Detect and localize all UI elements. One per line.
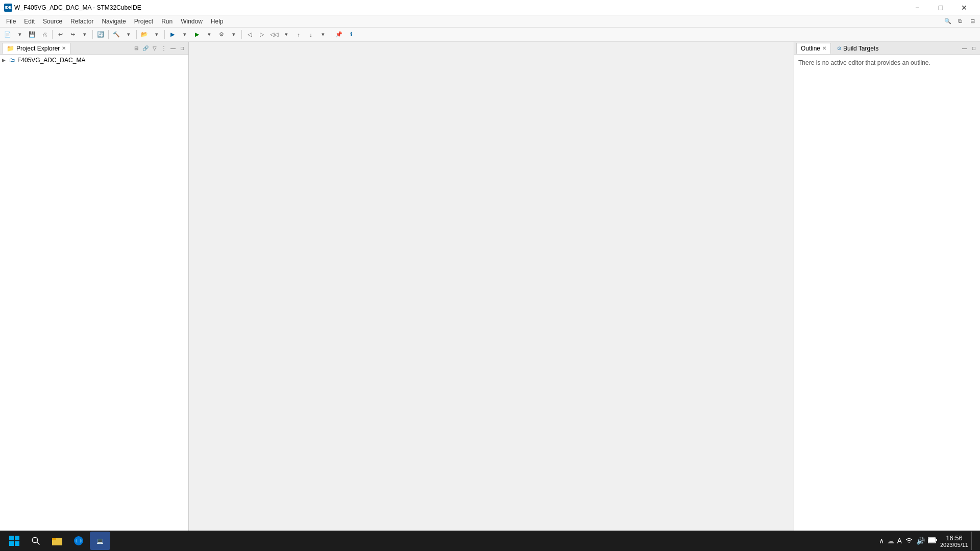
sep4 (136, 30, 137, 39)
project-explorer-close[interactable]: ✕ (62, 45, 66, 51)
menu-navigate[interactable]: Navigate (97, 17, 130, 26)
minimize-button[interactable]: − (905, 0, 929, 15)
open-btn[interactable]: 📂 (139, 29, 150, 40)
collapse-all-btn[interactable]: ⊟ (132, 44, 140, 53)
start-button[interactable] (4, 532, 24, 550)
menu-file[interactable]: File (2, 17, 20, 26)
outline-content: There is no active editor that provides … (794, 55, 980, 531)
show-desktop-btn[interactable] (971, 532, 974, 550)
new-dropdown[interactable]: ▾ (14, 29, 26, 40)
project-explorer-panel: 📁 Project Explorer ✕ ⊟ 🔗 ▽ ⋮ — □ ▶ 🗂 F40… (0, 42, 189, 531)
outline-tab[interactable]: Outline ✕ (796, 43, 831, 54)
taskbar-search[interactable] (26, 532, 46, 550)
outline-tabbar: Outline ✕ ⊙ Build Targets — □ (794, 42, 980, 55)
filter-btn[interactable]: ▽ (151, 44, 159, 53)
minimize-panel-btn[interactable]: — (169, 44, 177, 53)
nav-last-btn[interactable]: ◁◁ (268, 29, 280, 40)
svg-rect-3 (15, 541, 19, 546)
clock-date: 2023/05/11 (940, 542, 968, 548)
redo-btn[interactable]: ↪ (67, 29, 78, 40)
view-menu-btn[interactable]: ⋮ (160, 44, 168, 53)
editor-area (189, 42, 794, 531)
prev-edit-btn[interactable]: ↑ (293, 29, 304, 40)
system-clock[interactable]: 16:56 2023/05/11 (940, 534, 968, 548)
menu-source[interactable]: Source (39, 17, 66, 26)
open-perspective-btn[interactable]: ⧉ (954, 16, 966, 27)
sep6 (241, 30, 242, 39)
next-edit-btn[interactable]: ↓ (305, 29, 316, 40)
print-btn[interactable]: 🖨 (39, 29, 50, 40)
ext-dropdown[interactable]: ▾ (228, 29, 239, 40)
outline-minimize-btn[interactable]: — (961, 44, 969, 53)
nav-forward-btn[interactable]: ▷ (256, 29, 267, 40)
run-btn[interactable]: ▶ (191, 29, 203, 40)
info-btn[interactable]: ℹ (346, 29, 357, 40)
tray-volume[interactable]: 🔊 (916, 537, 925, 545)
tray-wifi[interactable] (905, 537, 913, 545)
title-bar: IDE W_F405VG_ADC_DAC_MA - STM32CubeIDE −… (0, 0, 980, 15)
search-toolbar-btn[interactable]: 🔍 (942, 16, 953, 27)
tray-font[interactable]: A (897, 537, 902, 545)
sep3 (108, 30, 109, 39)
project-label: F405VG_ADC_DAC_MA (17, 57, 85, 64)
tree-item-project[interactable]: ▶ 🗂 F405VG_ADC_DAC_MA (0, 55, 188, 65)
build-all-btn[interactable]: 🔨 (111, 29, 122, 40)
outline-tab-label: Outline (801, 45, 820, 52)
undo-btn[interactable]: ↩ (55, 29, 66, 40)
new-btn[interactable]: 📄 (2, 29, 13, 40)
panel-tab-actions: ⊟ 🔗 ▽ ⋮ — □ (132, 44, 186, 53)
menu-edit[interactable]: Edit (20, 17, 39, 26)
sep1 (52, 30, 53, 39)
taskbar-explorer[interactable] (47, 532, 67, 550)
debug-btn[interactable]: ▶ (167, 29, 178, 40)
build-dropdown[interactable]: ▾ (123, 29, 134, 40)
project-tree: ▶ 🗂 F405VG_ADC_DAC_MA (0, 55, 188, 531)
svg-line-5 (37, 542, 40, 545)
pin-btn[interactable]: 📌 (333, 29, 345, 40)
menu-refactor[interactable]: Refactor (66, 17, 97, 26)
tray-battery[interactable] (928, 537, 937, 545)
maximize-panel-btn[interactable]: □ (178, 44, 186, 53)
ext-tool-btn[interactable]: ⚙ (216, 29, 227, 40)
edit-dropdown[interactable]: ▾ (317, 29, 329, 40)
run-dropdown[interactable]: ▾ (204, 29, 215, 40)
svg-point-10 (77, 536, 80, 545)
tray-chevron[interactable]: ∧ (879, 537, 884, 545)
menu-run[interactable]: Run (157, 17, 177, 26)
svg-point-4 (32, 537, 38, 543)
outline-tab-close[interactable]: ✕ (822, 45, 826, 51)
menu-project[interactable]: Project (130, 17, 157, 26)
editor-empty-area (189, 42, 794, 531)
build-targets-icon: ⊙ (837, 45, 841, 51)
project-explorer-tabbar: 📁 Project Explorer ✕ ⊟ 🔗 ▽ ⋮ — □ (0, 42, 188, 55)
svg-rect-8 (52, 538, 56, 540)
close-button[interactable]: ✕ (952, 0, 976, 15)
outline-maximize-btn[interactable]: □ (970, 44, 978, 53)
app-icon: IDE (4, 4, 12, 12)
save-btn[interactable]: 💾 (27, 29, 38, 40)
menu-window[interactable]: Window (177, 17, 207, 26)
debug-dropdown[interactable]: ▾ (179, 29, 190, 40)
nav-back-btn[interactable]: ◁ (244, 29, 255, 40)
windows-taskbar: 💻 ∧ ☁ A 🔊 16:56 2023/05/11 (0, 531, 980, 551)
tray-cloud[interactable]: ☁ (887, 537, 894, 545)
svg-rect-12 (936, 539, 937, 541)
nav-dropdown[interactable]: ▾ (281, 29, 292, 40)
refresh-btn[interactable]: 🔄 (95, 29, 106, 40)
project-explorer-tab-icon: 📁 (7, 45, 14, 52)
project-explorer-tab[interactable]: 📁 Project Explorer ✕ (2, 43, 70, 54)
build-targets-tab[interactable]: ⊙ Build Targets (833, 43, 883, 54)
window-prefs-btn[interactable]: ⊟ (967, 16, 978, 27)
svg-rect-2 (9, 541, 14, 546)
menu-help[interactable]: Help (207, 17, 228, 26)
ide-icon-text: 💻 (96, 538, 104, 544)
taskbar-ide[interactable]: 💻 (90, 532, 110, 550)
window-title: W_F405VG_ADC_DAC_MA - STM32CubeIDE (14, 4, 141, 11)
open-dropdown[interactable]: ▾ (151, 29, 162, 40)
outline-message: There is no active editor that provides … (798, 59, 930, 66)
taskbar-browser[interactable] (68, 532, 89, 550)
maximize-button[interactable]: □ (929, 0, 952, 15)
svg-rect-0 (9, 536, 14, 540)
link-editor-btn[interactable]: 🔗 (141, 44, 150, 53)
redo-dropdown[interactable]: ▾ (79, 29, 90, 40)
